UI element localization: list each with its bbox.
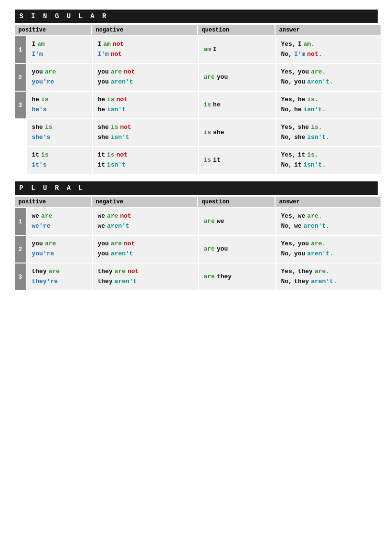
plural-row2-question: areyou bbox=[199, 236, 275, 263]
singular-header-question: question bbox=[198, 25, 275, 35]
plural-row3-negative: theyarenot theyaren't bbox=[93, 263, 198, 290]
plural-row1-negative: wearenot wearen't bbox=[93, 208, 198, 235]
plural-header-row: positive negative question answer bbox=[15, 197, 378, 207]
singular-title: S I N G U L A R bbox=[15, 10, 378, 23]
singular-row2-answer: Yes,youare. No,youaren't. bbox=[276, 64, 381, 91]
singular-header-negative: negative bbox=[92, 25, 197, 35]
plural-header-negative: negative bbox=[92, 197, 197, 207]
singular-row-3it: itis it's itisnot itisn't isit Yes,itis.… bbox=[15, 147, 378, 174]
singular-row3he-answer: Yes,heis. No,heisn't. bbox=[276, 92, 381, 118]
singular-row-1: 1 Iam I'm Iamnot I'mnot amI Yes,Iam. No,… bbox=[15, 36, 378, 63]
plural-row3-answer: Yes,theyare. No,theyaren't. bbox=[276, 263, 381, 290]
row-number-3: 3 bbox=[15, 92, 26, 118]
row-number-2: 2 bbox=[15, 64, 26, 91]
plural-row1-question: arewe bbox=[199, 208, 275, 235]
plural-row2-negative: youarenot youaren't bbox=[93, 236, 198, 263]
plural-row1-positive: weare we're bbox=[27, 208, 92, 235]
singular-header-positive: positive bbox=[15, 25, 91, 35]
singular-row1-negative: Iamnot I'mnot bbox=[93, 36, 198, 63]
plural-section: P L U R A L positive negative question a… bbox=[15, 181, 378, 290]
singular-row3she-question: isshe bbox=[199, 119, 275, 146]
plural-header-question: question bbox=[198, 197, 275, 207]
page: S I N G U L A R positive negative questi… bbox=[15, 10, 378, 298]
singular-row3it-negative: itisnot itisn't bbox=[93, 147, 198, 174]
singular-row3he-question: ishe bbox=[199, 92, 275, 118]
plural-title: P L U R A L bbox=[15, 181, 378, 195]
singular-row3it-question: isit bbox=[199, 147, 275, 174]
singular-row3she-positive: sheis she's bbox=[27, 119, 92, 146]
singular-row3it-answer: Yes,itis. No,itisn't. bbox=[276, 147, 381, 174]
singular-row3she-answer: Yes,sheis. No,sheisn't. bbox=[276, 119, 381, 146]
plural-row2-answer: Yes,youare. No,youaren't. bbox=[276, 236, 381, 263]
singular-row3he-positive: heis he's bbox=[27, 92, 92, 118]
singular-row3it-positive: itis it's bbox=[27, 147, 92, 174]
plural-row2-positive: youare you're bbox=[27, 236, 92, 263]
row-number-1: 1 bbox=[15, 36, 26, 63]
plural-row-number-2: 2 bbox=[15, 236, 26, 263]
plural-row-number-3: 3 bbox=[15, 263, 26, 290]
plural-header-positive: positive bbox=[15, 197, 91, 207]
plural-row-3: 3 theyare they're theyarenot theyaren't … bbox=[15, 263, 378, 290]
singular-row2-negative: youarenot youaren't bbox=[93, 64, 198, 91]
singular-row-3he: 3 heis he's heisnot heisn't ishe Yes,hei… bbox=[15, 92, 378, 118]
singular-section: S I N G U L A R positive negative questi… bbox=[15, 10, 378, 174]
plural-row3-positive: theyare they're bbox=[27, 263, 92, 290]
plural-row3-question: arethey bbox=[199, 263, 275, 290]
plural-row-1: 1 weare we're wearenot wearen't arewe Ye… bbox=[15, 208, 378, 235]
plural-row-2: 2 youare you're youarenot youaren't arey… bbox=[15, 236, 378, 263]
singular-row3he-negative: heisnot heisn't bbox=[93, 92, 198, 118]
singular-row1-positive: Iam I'm bbox=[27, 36, 92, 63]
singular-header-answer: answer bbox=[275, 25, 381, 35]
plural-row1-answer: Yes,weare. No,wearen't. bbox=[276, 208, 381, 235]
singular-row3she-negative: sheisnot sheisn't bbox=[93, 119, 198, 146]
singular-row1-question: amI bbox=[199, 36, 275, 63]
singular-row1-answer: Yes,Iam. No,I'mnot. bbox=[276, 36, 381, 63]
plural-row-number-1: 1 bbox=[15, 208, 26, 235]
singular-header-row: positive negative question answer bbox=[15, 25, 378, 35]
plural-header-answer: answer bbox=[275, 197, 381, 207]
singular-row-3she: sheis she's sheisnot sheisn't isshe Yes,… bbox=[15, 119, 378, 146]
singular-row2-positive: youare you're bbox=[27, 64, 92, 91]
singular-row-2: 2 youare you're youarenot youaren't arey… bbox=[15, 64, 378, 91]
singular-row2-question: areyou bbox=[199, 64, 275, 91]
